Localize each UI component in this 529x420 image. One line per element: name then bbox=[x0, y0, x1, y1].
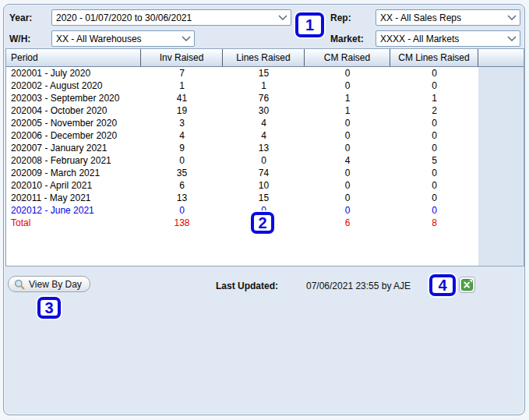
chevron-down-icon bbox=[504, 15, 520, 20]
year-dropdown[interactable]: 2020 - 01/07/2020 to 30/06/2021 bbox=[51, 9, 291, 26]
rep-dropdown[interactable]: XX - All Sales Reps bbox=[376, 9, 520, 26]
value-cell: 0 bbox=[390, 167, 478, 179]
value-cell: 0 bbox=[390, 129, 478, 142]
table-row[interactable]: 202002 - August 20201100 bbox=[6, 79, 478, 92]
table-row[interactable]: 202009 - March 2021357400 bbox=[6, 167, 478, 179]
period-cell: 202006 - December 2020 bbox=[6, 129, 141, 142]
value-cell: 15 bbox=[223, 192, 305, 204]
column-header-inv-raised[interactable]: Inv Raised bbox=[141, 49, 223, 66]
value-cell: 1 bbox=[390, 92, 478, 104]
magnifier-icon bbox=[14, 279, 25, 290]
table-row[interactable]: 202004 - October 2020193012 bbox=[6, 104, 478, 117]
value-cell: 0 bbox=[141, 204, 223, 217]
value-cell: 5 bbox=[390, 154, 478, 167]
chevron-down-icon bbox=[275, 15, 291, 20]
market-dropdown-value: XXXX - All Markets bbox=[376, 34, 504, 44]
value-cell: 35 bbox=[141, 167, 223, 179]
value-cell: 6 bbox=[141, 179, 223, 192]
value-cell: 74 bbox=[223, 167, 305, 179]
column-header-lines-raised[interactable]: Lines Raised bbox=[223, 49, 305, 66]
value-cell: 1 bbox=[305, 104, 390, 117]
table-row[interactable]: 202005 - November 20203400 bbox=[6, 117, 478, 129]
year-label: Year: bbox=[9, 12, 32, 23]
value-cell: 0 bbox=[305, 204, 390, 217]
value-cell: 3 bbox=[141, 117, 223, 129]
value-cell: 0 bbox=[305, 142, 390, 154]
column-header-filler bbox=[478, 49, 524, 66]
table-header: Period Inv Raised Lines Raised CM Raised… bbox=[6, 49, 524, 67]
report-window: Year: 2020 - 01/07/2020 to 30/06/2021 Re… bbox=[0, 0, 529, 420]
last-updated-value: 07/06/2021 23:55 by AJE bbox=[306, 281, 411, 291]
value-cell: 2 bbox=[390, 104, 478, 117]
warehouse-label: W/H: bbox=[9, 34, 30, 44]
value-cell: 76 bbox=[223, 92, 305, 104]
value-cell: 0 bbox=[305, 117, 390, 129]
value-cell: 0 bbox=[390, 192, 478, 204]
value-cell: 4 bbox=[141, 129, 223, 142]
market-label: Market: bbox=[330, 34, 364, 44]
export-excel-button[interactable] bbox=[459, 277, 475, 293]
table-row[interactable]: 202003 - September 2020417611 bbox=[6, 92, 478, 104]
value-cell: 0 bbox=[305, 79, 390, 92]
year-dropdown-value: 2020 - 01/07/2020 to 30/06/2021 bbox=[52, 12, 275, 23]
annotation-2: 2 bbox=[251, 212, 274, 234]
period-cell: 202004 - October 2020 bbox=[6, 104, 141, 117]
annotation-1: 1 bbox=[295, 12, 324, 37]
value-cell: 9 bbox=[141, 142, 223, 154]
value-cell: 4 bbox=[223, 117, 305, 129]
period-cell: 202011 - May 2021 bbox=[6, 192, 141, 204]
value-cell: 0 bbox=[305, 192, 390, 204]
value-cell: 15 bbox=[223, 67, 305, 79]
value-cell: 6 bbox=[305, 217, 390, 229]
value-cell: 0 bbox=[390, 79, 478, 92]
value-cell: 1 bbox=[305, 92, 390, 104]
market-dropdown[interactable]: XXXX - All Markets bbox=[376, 30, 520, 47]
period-cell: 202001 - July 2020 bbox=[6, 67, 141, 79]
table-row[interactable]: 202010 - April 202161000 bbox=[6, 179, 478, 192]
chevron-down-icon bbox=[178, 36, 194, 41]
annotation-3: 3 bbox=[37, 297, 61, 319]
chevron-down-icon bbox=[504, 36, 520, 41]
value-cell: 0 bbox=[305, 67, 390, 79]
value-cell: 4 bbox=[305, 154, 390, 167]
value-cell: 0 bbox=[223, 154, 305, 167]
value-cell: 0 bbox=[305, 129, 390, 142]
table-row[interactable]: 202006 - December 20204400 bbox=[6, 129, 478, 142]
table-row[interactable]: Total13824268 bbox=[6, 217, 478, 229]
view-by-day-label: View By Day bbox=[29, 279, 82, 290]
value-cell: 0 bbox=[390, 67, 478, 79]
column-header-period[interactable]: Period bbox=[6, 49, 141, 66]
table-row[interactable]: 202011 - May 2021131500 bbox=[6, 192, 478, 204]
view-by-day-button[interactable]: View By Day bbox=[8, 276, 90, 292]
value-cell: 7 bbox=[141, 67, 223, 79]
table-row[interactable]: 202012 - June 20210000 bbox=[6, 204, 478, 217]
value-cell: 1 bbox=[141, 79, 223, 92]
period-cell: 202008 - February 2021 bbox=[6, 154, 141, 167]
period-cell: 202012 - June 2021 bbox=[6, 204, 141, 217]
value-cell: 8 bbox=[390, 217, 478, 229]
value-cell: 41 bbox=[141, 92, 223, 104]
value-cell: 0 bbox=[390, 142, 478, 154]
value-cell: 4 bbox=[223, 129, 305, 142]
table-body: 202001 - July 202071500202002 - August 2… bbox=[6, 67, 478, 266]
value-cell: 0 bbox=[305, 167, 390, 179]
value-cell: 0 bbox=[141, 154, 223, 167]
value-cell: 0 bbox=[390, 179, 478, 192]
rep-label: Rep: bbox=[330, 12, 351, 23]
table-row[interactable]: 202007 - January 202191300 bbox=[6, 142, 478, 154]
period-cell: 202005 - November 2020 bbox=[6, 117, 141, 129]
warehouse-dropdown[interactable]: XX - All Warehouses bbox=[51, 30, 195, 47]
value-cell: 1 bbox=[223, 79, 305, 92]
value-cell: 13 bbox=[141, 192, 223, 204]
column-header-cm-lines-raised[interactable]: CM Lines Raised bbox=[390, 49, 478, 66]
warehouse-dropdown-value: XX - All Warehouses bbox=[52, 34, 178, 44]
annotation-4: 4 bbox=[429, 274, 456, 296]
excel-icon bbox=[461, 279, 473, 291]
last-updated-label: Last Updated: bbox=[216, 281, 278, 291]
table-row[interactable]: 202008 - February 20210045 bbox=[6, 154, 478, 167]
period-cell: 202009 - March 2021 bbox=[6, 167, 141, 179]
value-cell: 10 bbox=[223, 179, 305, 192]
column-header-cm-raised[interactable]: CM Raised bbox=[305, 49, 390, 66]
value-cell: 138 bbox=[141, 217, 223, 229]
table-row[interactable]: 202001 - July 202071500 bbox=[6, 67, 478, 79]
